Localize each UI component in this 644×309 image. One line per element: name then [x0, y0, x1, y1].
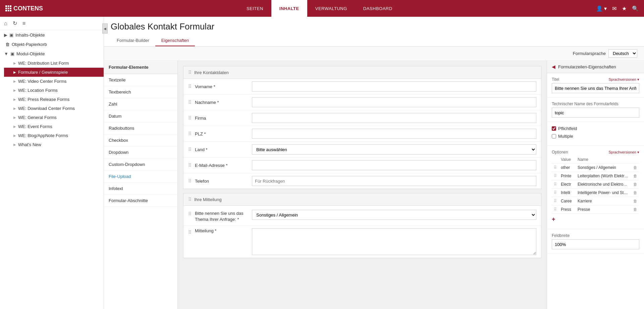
drag-handle-telefon[interactable]: ⠿	[188, 178, 192, 184]
sidebar-item-download-center[interactable]: ▶ WE: Download Center Forms	[4, 104, 104, 113]
home-icon[interactable]: ⌂	[4, 20, 7, 26]
select-land[interactable]: Bitte auswählen	[252, 144, 536, 154]
feldbreite-input[interactable]	[552, 239, 639, 249]
search-icon[interactable]: 🔍	[632, 5, 639, 12]
panel-collapse-button[interactable]: ◀	[102, 23, 108, 34]
label-vorname: Vorname *	[195, 84, 249, 89]
element-datum[interactable]: Datum	[104, 110, 177, 122]
input-plz[interactable]	[252, 129, 536, 139]
sprachversionen-titel-link[interactable]: Sprachversionen ▾	[608, 77, 639, 82]
element-custom-dropdown[interactable]: Custom-Dropdown	[104, 159, 177, 171]
favorites-icon[interactable]: ★	[622, 5, 627, 12]
select-thema[interactable]: Sonstiges / Allgemein	[252, 210, 536, 220]
option-drag-2[interactable]: ⠿	[552, 180, 559, 189]
option-value-2[interactable]: Electr	[559, 180, 576, 189]
titel-input[interactable]	[552, 83, 639, 93]
option-name-4[interactable]: Karriere	[576, 197, 631, 205]
sidebar-item-modul-objekte[interactable]: ▼ ▣ Modul-Objekte	[4, 49, 104, 59]
drag-handle-email[interactable]: ⠿	[188, 163, 192, 168]
add-option-button[interactable]: +	[552, 214, 639, 225]
multiple-checkbox[interactable]	[552, 134, 556, 138]
input-vorname[interactable]	[252, 81, 536, 91]
pflichtfeld-checkbox[interactable]	[552, 126, 556, 131]
expand-icon-2: ▼	[4, 51, 8, 56]
input-email[interactable]	[252, 160, 536, 170]
sidebar-item-formulare-gewinnspiele[interactable]: ▶ Formulare / Gewinnspiele	[4, 68, 104, 77]
formsprache-select[interactable]: Deutsch	[608, 49, 637, 58]
element-textbereich[interactable]: Textbereich	[104, 86, 177, 98]
textarea-mitteilung[interactable]	[252, 228, 536, 255]
option-name-5[interactable]: Presse	[576, 205, 631, 214]
element-formular-abschnitte[interactable]: Formular-Abschnitte	[104, 195, 177, 207]
user-icon[interactable]: 👤 ▾	[596, 5, 607, 12]
element-checkbox[interactable]: Checkbox	[104, 134, 177, 146]
drag-handle-thema[interactable]: ⠿	[188, 210, 192, 217]
option-drag-1[interactable]: ⠿	[552, 172, 559, 180]
drag-handle-mitteilung-field[interactable]: ⠿	[188, 228, 192, 235]
option-name-1[interactable]: Leiterplatten (Würth Elektroni	[576, 172, 631, 180]
drag-handle-plz[interactable]: ⠿	[188, 131, 192, 136]
expand-icon-child-3: ▶	[13, 79, 16, 83]
drag-handle-vorname[interactable]: ⠿	[188, 84, 192, 89]
tab-eigenschaften[interactable]: Eigenschaften	[155, 35, 195, 46]
sidebar-item-general-forms[interactable]: ▶ WE: General Forms	[4, 113, 104, 122]
option-value-4[interactable]: Caree	[559, 197, 576, 205]
option-delete-1[interactable]: 🗑	[631, 172, 639, 180]
sidebar-item-press-release[interactable]: ▶ WE: Press Release Forms	[4, 95, 104, 104]
option-value-0[interactable]: other	[559, 164, 576, 172]
option-drag-4[interactable]: ⠿	[552, 197, 559, 205]
drag-handle-firma[interactable]: ⠿	[188, 115, 192, 121]
tab-formular-builder[interactable]: Formular-Builder	[111, 35, 155, 46]
sidebar-item-inhalts-objekte[interactable]: ▶ ▣ Inhalts-Objekte	[4, 30, 104, 40]
back-arrow-icon[interactable]: ◀	[552, 64, 555, 69]
nav-inhalte[interactable]: INHALTE	[271, 0, 307, 17]
option-value-5[interactable]: Press	[559, 205, 576, 214]
menu-icon[interactable]: ≡	[22, 20, 25, 26]
expand-icon-child-8: ▶	[13, 125, 16, 128]
drag-handle-nachname[interactable]: ⠿	[188, 100, 192, 105]
tech-name-input[interactable]	[552, 108, 639, 118]
option-value-1[interactable]: Printe	[559, 172, 576, 180]
drag-handle-land[interactable]: ⠿	[188, 147, 192, 152]
sidebar-item-whats-new[interactable]: ▶ What's New	[4, 140, 104, 149]
element-infotext[interactable]: Infotext	[104, 183, 177, 195]
sidebar-item-location-forms[interactable]: ▶ WE: Location Forms	[4, 86, 104, 95]
mail-icon[interactable]: ✉	[612, 5, 616, 12]
input-telefon[interactable]	[252, 176, 536, 186]
option-drag-0[interactable]: ⠿	[552, 164, 559, 172]
input-nachname[interactable]	[252, 97, 536, 107]
element-zahl[interactable]: Zahl	[104, 98, 177, 110]
sidebar-item-objekt-papierkorb[interactable]: 🗑 Objekt-Papierkorb	[0, 40, 104, 49]
element-file-upload[interactable]: File-Upload	[104, 171, 177, 183]
option-delete-0[interactable]: 🗑	[631, 164, 639, 172]
drag-handle-mitteilung[interactable]: ⠿	[188, 197, 192, 202]
sidebar-item-video-center[interactable]: ▶ WE: Video Center Forms	[4, 77, 104, 86]
option-drag-3[interactable]: ⠿	[552, 189, 559, 197]
expand-icon-child-7: ▶	[13, 116, 16, 119]
sidebar-item-distribution-list[interactable]: ▶ WE: Distribution List Form	[4, 59, 104, 68]
option-value-3[interactable]: Intelli	[559, 189, 576, 197]
option-name-0[interactable]: Sonstiges / Allgemein	[576, 164, 631, 172]
mitteilung-title: Ihre Mitteilung	[194, 197, 222, 202]
element-textzeile[interactable]: Textzeile	[104, 74, 177, 86]
element-radiobuttons[interactable]: Radiobuttons	[104, 122, 177, 134]
element-dropdown[interactable]: Dropdown	[104, 146, 177, 159]
refresh-icon[interactable]: ↻	[13, 20, 17, 26]
option-delete-4[interactable]: 🗑	[631, 197, 639, 205]
drag-handle-kontaktdaten[interactable]: ⠿	[188, 70, 192, 75]
sidebar-item-event-forms[interactable]: ▶ WE: Event Forms	[4, 122, 104, 131]
option-delete-2[interactable]: 🗑	[631, 180, 639, 189]
properties-header: ◀ Formularzeilen-Eigenschaften	[547, 61, 644, 73]
option-name-2[interactable]: Elektronische und Elektromech	[576, 180, 631, 189]
option-drag-5[interactable]: ⠿	[552, 205, 559, 214]
sidebar-item-blog-appnote[interactable]: ▶ WE: Blog/AppNote Forms	[4, 131, 104, 140]
sprachversionen-optionen-link[interactable]: Sprachversionen ▾	[608, 150, 639, 154]
nav-dashboard[interactable]: DASHBOARD	[355, 0, 400, 17]
option-delete-3[interactable]: 🗑	[631, 189, 639, 197]
nav-verwaltung[interactable]: VERWALTUNG	[307, 0, 355, 17]
option-name-3[interactable]: Intelligente Power- und Steue	[576, 189, 631, 197]
col-drag	[552, 156, 559, 164]
nav-seiten[interactable]: SEITEN	[238, 0, 271, 17]
input-firma[interactable]	[252, 113, 536, 123]
option-delete-5[interactable]: 🗑	[631, 205, 639, 214]
